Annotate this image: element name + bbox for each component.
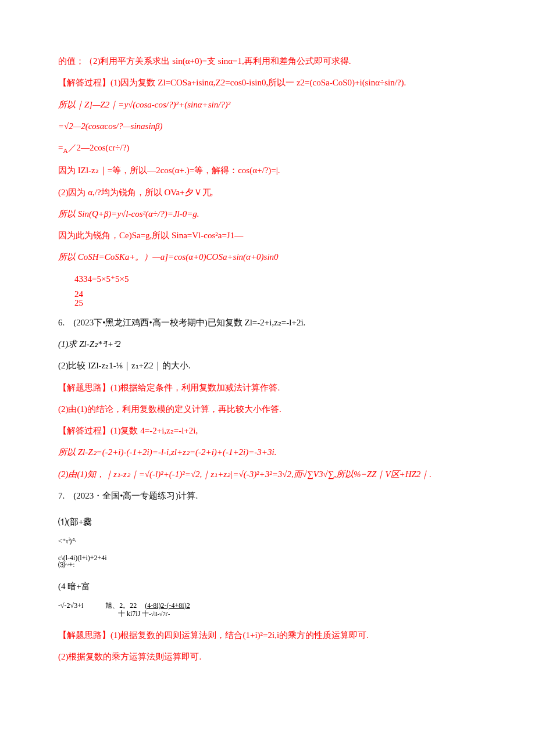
l25b: 旭、2。22: [105, 601, 137, 610]
l25a: -√-2√3+i: [58, 601, 83, 610]
l5c: ／2—2cos(cr÷/?): [68, 143, 130, 152]
line-27: (2)根据复数的乘方运算法则运算即可.: [58, 650, 477, 664]
line-11a: 4334=5×5⁺5×5: [58, 273, 477, 286]
line-4: =√2—2(cosαcos/?—sinasinβ): [58, 120, 477, 133]
line-26: 【解题思路】(1)根据复数的四则运算法则，结合(1+i)²=2i,i的乘方的性质…: [58, 629, 477, 642]
line-20: 7. (2023・全国•高一专题练习)计算.: [58, 489, 477, 503]
line-6: 因为 IZl-z₂｜=等，所以—2cos(α+.)=等，解得：cos(α+/?)…: [58, 164, 477, 177]
line-15: 【解题思路】(1)根据给定条件，利用复数加减法计算作答.: [58, 381, 477, 395]
line-22: <⁺τⁱ)⁴·: [58, 537, 477, 545]
l5b: A: [63, 147, 67, 154]
line-5: =A／2—2cos(cr÷/?): [58, 141, 477, 156]
line-23b: ⑶~+:: [58, 561, 477, 569]
l25d: 十 ki7iJ 十: [118, 610, 149, 618]
l25e: -√ll-√7i'-: [149, 611, 170, 617]
line-13: (1)求 Zl-Z₂*ᶻl+ᶻ2: [58, 338, 477, 351]
line-3: 所以｜Z]—Z2｜=y√(cosa-cos/?)²+(sinα+sin/?)²: [58, 98, 477, 112]
line-1: 的值；（2)利用平方关系求出 sin(α+0)=支 sinα=1,再利用和差角公…: [58, 55, 477, 68]
line-16: (2)由(1)的结论，利用复数模的定义计算，再比较大小作答.: [58, 403, 477, 416]
line-2: 【解答过程】(1)因为复数 Zl=COSa+isinα,Z2=cos0-isin…: [58, 76, 477, 89]
line-18: 所以 Zl-Z₂=(-2+i)-(-1+2i)=-l-i,zl+z₂=(-2+i…: [58, 446, 477, 459]
line-24: (4 暗+富: [58, 580, 477, 593]
line-10: 所以 CoSH=CoSKa+。）—a]=cos(α+0)COSa+sin(α+0…: [58, 250, 477, 264]
line-11c: 25: [58, 298, 477, 308]
line-17: 【解答过程】(1)复数 4=-2+i,z₂=-l+2i,: [58, 424, 477, 438]
line-9: 因为此为锐角，Ce)Sa=g,所以 Sina=Vl-cos²a=J1—: [58, 229, 477, 242]
line-12: 6. (2023下•黑龙江鸡西•高一校考期中)已知复数 Zl=-2+i,z₂=-…: [58, 316, 477, 329]
line-14: (2)比较 IZl-z₂1-⅛｜z₁+Z2｜的大小.: [58, 359, 477, 372]
line-25: -√-2√3+i 旭、2。22 (4-8i)2-(-4+8i)2 十 ki7iJ…: [58, 601, 477, 618]
l25c: (4-8i)2-(-4+8i)2: [145, 601, 190, 610]
line-19: (2)由(1)知，｜z₁-z₂｜=√(-l)²+(-1)²=√2,｜z₁+z₂|…: [58, 468, 477, 481]
line-21: ⑴(部+爨: [58, 515, 477, 529]
line-7: (2)因为 α,/?均为锐角，所以 OVa+夕Ｖ兀,: [58, 186, 477, 199]
line-8: 所以 Sin(Q+β)=y√l-cos²(α÷/?)=Jl-0=g.: [58, 207, 477, 221]
